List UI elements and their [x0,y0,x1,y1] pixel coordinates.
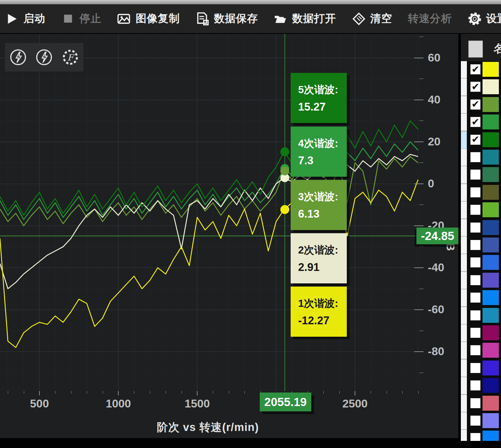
legend-checkbox-row-3[interactable]: ✔ [469,98,481,111]
legend-checkbox-row-4[interactable]: ✔ [469,116,481,128]
legend-color-swatch-row-18[interactable] [483,361,499,375]
y-tick-label: -80 [428,345,458,358]
legend-color-swatch-row-12[interactable] [483,255,499,270]
harmonic-tooltip-2: 2次谐波:2.91 [291,233,347,283]
eraser-icon [352,12,366,26]
plot-canvas[interactable] [0,34,423,391]
data-save-icon [195,12,210,26]
series-line-2次谐波 [0,154,418,289]
legend-checkbox-row-16[interactable] [469,327,481,339]
window-top-strip [0,0,501,4]
legend-color-swatch-row-2[interactable] [483,79,499,94]
legend-checkbox-row-22[interactable] [469,432,481,441]
legend-checkbox-row-15[interactable] [469,309,481,321]
bolt-circle-icon [35,48,53,66]
legend-checkbox-row-12[interactable] [469,256,481,268]
legend-checkbox-row-19[interactable] [469,379,481,391]
toolbar-button-start[interactable]: 启动 [5,11,45,26]
y-tick-mark [414,309,424,310]
y-tick-mark [414,351,424,352]
y-tick-label: -40 [428,261,458,274]
legend-checkbox-row-17[interactable] [469,344,481,356]
legend-checkbox-row-21[interactable] [469,415,481,427]
toolbar-button-settings[interactable]: 设置 [468,11,501,26]
gear-f-icon: F [61,48,80,66]
toolbar-button-clear[interactable]: 清空 [352,11,392,26]
tooltip-value: 15.27 [298,101,347,113]
legend-checkbox-row-20[interactable] [469,397,481,409]
tooltip-value: 2.91 [298,261,347,274]
legend-checkbox-row-14[interactable] [469,292,481,304]
legend-color-swatch-row-14[interactable] [483,290,499,305]
x-minor-tick-mark [244,391,245,394]
plot-tool-panel: F [5,43,84,71]
y-tick-label: 40 [428,93,458,106]
legend-panel: 名 ✔✔✔✔✔ [461,34,501,441]
legend-color-swatch-row-1[interactable] [483,62,499,77]
legend-checkbox-row-10[interactable] [469,222,481,234]
legend-checkbox-row-18[interactable] [469,362,481,374]
legend-color-swatch-row-22[interactable] [483,431,499,441]
legend-color-swatch-row-3[interactable] [483,97,499,112]
x-minor-tick-mark [371,391,371,394]
legend-color-swatch-row-19[interactable] [483,378,499,393]
toolbar-button-label: 启动 [23,11,45,26]
chart-area[interactable]: F 6040200-20-40-60-80500100015002500 5次谐… [0,34,458,438]
x-minor-tick-mark [323,391,324,394]
legend-checkbox-row-1[interactable]: ✔ [469,63,481,75]
play-icon [5,12,19,26]
legend-color-swatch-row-15[interactable] [483,308,499,323]
toolbar-button-stop: 停止 [61,11,102,26]
folder-open-icon [274,12,288,26]
toolbar-button-data-save[interactable]: 数据保存 [195,11,258,26]
x-tick-label: 2500 [334,397,376,410]
legend-select-all-checkbox[interactable] [468,41,483,58]
legend-checkbox-row-2[interactable]: ✔ [469,81,481,93]
legend-checkbox-row-11[interactable] [469,239,481,251]
y-minor-tick-mark [419,79,424,79]
legend-color-swatch-row-17[interactable] [483,343,499,358]
legend-checkbox-row-9[interactable] [469,204,481,216]
legend-color-swatch-row-10[interactable] [483,220,499,235]
legend-color-swatch-row-4[interactable] [483,114,499,129]
toolbar-button-image-copy[interactable]: 图像复制 [117,11,180,26]
legend-color-swatch-row-20[interactable] [483,396,499,411]
cursor-marker-5次谐波 [280,147,289,156]
tooltip-value: 6.13 [298,208,347,220]
toolbar-button-data-open[interactable]: 数据打开 [274,11,336,26]
x-tick-label: 1000 [97,397,140,410]
y-minor-tick-mark [419,289,424,289]
plot-tool-cursor-tool-1[interactable] [9,48,27,66]
x-minor-tick-mark [213,391,213,394]
legend-row-selector-strip[interactable] [461,61,467,441]
y-tick-mark [414,267,424,268]
legend-color-swatch-row-16[interactable] [483,325,499,340]
legend-color-swatch-row-6[interactable] [483,150,499,165]
x-minor-tick-mark [150,391,150,394]
legend-checkbox-row-8[interactable] [469,186,481,198]
x-minor-tick-mark [24,391,24,394]
legend-checkbox-row-6[interactable] [469,151,481,163]
legend-color-swatch-row-21[interactable] [483,413,499,428]
legend-color-swatch-row-7[interactable] [483,167,499,182]
tooltip-label: 1次谐波: [298,297,347,311]
legend-color-swatch-row-5[interactable] [483,132,499,147]
plot-tool-fit-tool[interactable]: F [61,48,80,66]
x-tick-mark [39,391,40,395]
legend-checkbox-row-7[interactable] [469,169,481,181]
x-minor-tick-mark [71,391,71,394]
legend-color-swatch-row-9[interactable] [483,202,499,217]
legend-header: 名 [461,34,501,61]
x-minor-tick-mark [166,391,166,394]
plot-tool-cursor-tool-2[interactable] [35,48,53,66]
legend-checkbox-row-13[interactable] [469,274,481,286]
legend-checkbox-row-5[interactable]: ✔ [469,134,481,146]
x-minor-tick-mark [8,391,8,394]
legend-color-swatch-row-8[interactable] [483,185,499,200]
legend-color-swatch-row-11[interactable] [483,238,499,252]
x-minor-tick-mark [87,391,87,394]
tooltip-label: 3次谐波: [298,190,347,204]
legend-color-swatch-row-13[interactable] [483,273,499,288]
tooltip-label: 5次谐波: [298,83,347,97]
y-tick-mark [414,225,424,226]
